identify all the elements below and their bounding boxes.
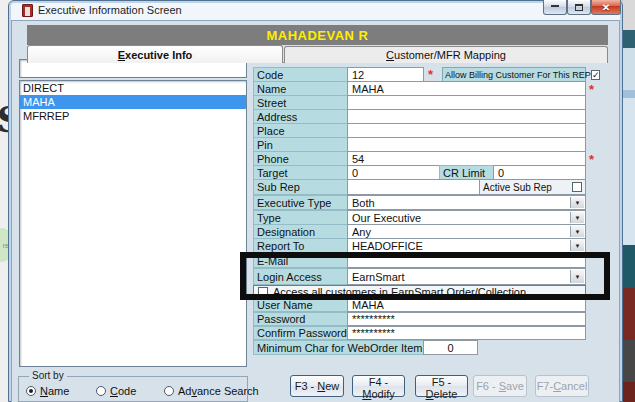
close-button[interactable]: ✕ [591, 0, 621, 15]
active-sub-rep-label: Active Sub Rep [483, 182, 552, 193]
desktop-stripe [623, 288, 635, 340]
active-sub-rep-panel[interactable]: Active Sub Rep [479, 179, 586, 195]
street-input[interactable] [347, 95, 586, 110]
user-name-label: User Name [253, 298, 348, 312]
name-input[interactable]: MAHA [347, 81, 586, 96]
type-select[interactable]: Our Executive ▼ [347, 210, 586, 225]
designation-label: Designation [253, 224, 348, 239]
maximize-icon [575, 4, 583, 11]
executive-type-select[interactable]: Both ▼ [347, 195, 586, 210]
desktop-stripe [623, 245, 635, 288]
designation-select[interactable]: Any ▼ [347, 224, 586, 239]
sort-by-advance-search-radio[interactable]: Advance Search [164, 385, 259, 397]
report-to-value: HEADOFFICE [352, 240, 423, 252]
sort-by-code-radio[interactable]: Code [96, 385, 136, 397]
dropdown-arrow-icon: ▼ [570, 212, 584, 223]
sort-by-legend: Sort by [29, 370, 67, 381]
tab-label: Executive Info [118, 49, 193, 61]
phone-required-asterisk: * [589, 152, 594, 167]
type-value: Our Executive [352, 212, 421, 224]
pin-input[interactable] [347, 137, 586, 152]
close-icon: ✕ [602, 2, 610, 13]
place-label: Place [253, 123, 348, 138]
desktop-stripe [623, 98, 635, 245]
password-input[interactable]: ********** [347, 312, 586, 326]
list-item-direct[interactable]: DIRECT [20, 81, 246, 95]
f7-cancel-button: F7-Cancel [535, 375, 589, 397]
desktop-stripe [623, 382, 635, 402]
allow-billing-checkbox[interactable]: ✓ [591, 70, 601, 80]
executive-list[interactable]: DIRECT MAHA MFRREP [19, 80, 247, 367]
executive-type-label: Executive Type [253, 195, 348, 210]
type-label: Type [253, 210, 348, 225]
sub-rep-input[interactable] [347, 179, 480, 195]
radio-selected-icon [26, 386, 36, 396]
radio-icon [96, 386, 106, 396]
code-input[interactable]: 12 [347, 67, 424, 82]
app-icon [22, 4, 33, 17]
f3-new-button[interactable]: F3 - New [290, 375, 344, 397]
tab-executive-info[interactable]: Executive Info [27, 45, 283, 63]
password-label: Password [253, 312, 348, 326]
minimize-icon [551, 4, 559, 7]
radio-label: Name [40, 385, 69, 397]
report-to-select[interactable]: HEADOFFICE ▼ [347, 238, 586, 253]
sort-by-name-radio[interactable]: Name [26, 385, 69, 397]
title-bar[interactable]: Executive Information Screen [8, 0, 623, 20]
desktop-stripe [623, 0, 635, 30]
user-name-input[interactable]: MAHA [347, 298, 586, 312]
desktop-stripe [623, 340, 635, 382]
desktop-background-right [623, 0, 635, 402]
f4-modify-button[interactable]: F4 - Modify [352, 375, 405, 397]
street-label: Street [253, 95, 348, 110]
target-input[interactable]: 0 [347, 165, 440, 180]
window-title: Executive Information Screen [38, 4, 182, 16]
radio-icon [164, 386, 174, 396]
desktop-stripe [623, 90, 635, 98]
cr-limit-input[interactable]: 0 [493, 165, 586, 180]
min-char-input[interactable]: 0 [423, 340, 478, 355]
confirm-password-label: Confirm Password [253, 326, 348, 340]
list-item-mfrrep[interactable]: MFRREP [20, 109, 246, 123]
radio-label: Advance Search [178, 385, 259, 397]
confirm-password-input[interactable]: ********** [347, 326, 586, 340]
min-char-label: Minimum Char for WebOrder Item Search [253, 340, 424, 355]
name-required-asterisk: * [589, 82, 594, 97]
active-sub-rep-checkbox[interactable] [572, 182, 582, 192]
designation-value: Any [352, 226, 371, 238]
tab-customer-mfr-mapping[interactable]: Customer/MFR Mapping [284, 46, 608, 63]
phone-input[interactable]: 54 [347, 151, 586, 166]
code-required-asterisk: * [428, 67, 433, 82]
annotation-highlight-rectangle [240, 252, 610, 300]
list-item-maha[interactable]: MAHA [20, 95, 246, 109]
minimize-button[interactable] [543, 0, 567, 15]
f6-save-button: F6 - Save [473, 375, 527, 397]
code-label: Code [253, 67, 348, 82]
pin-label: Pin [253, 137, 348, 152]
desktop-stripe [623, 30, 635, 48]
dropdown-arrow-icon: ▼ [570, 197, 584, 208]
desktop-stripe [623, 48, 635, 90]
tab-label: Customer/MFR Mapping [386, 49, 506, 61]
sub-rep-label: Sub Rep [253, 179, 348, 195]
dropdown-arrow-icon: ▼ [570, 240, 584, 251]
address-input[interactable] [347, 109, 586, 124]
record-header: MAHADEVAN R [27, 25, 608, 45]
dropdown-arrow-icon: ▼ [570, 226, 584, 237]
radio-label: Code [110, 385, 136, 397]
report-to-label: Report To [253, 238, 348, 253]
maximize-button[interactable] [567, 0, 591, 15]
cr-limit-label: CR Limit [439, 165, 494, 180]
f5-delete-button[interactable]: F5 - Delete [415, 375, 468, 397]
phone-label: Phone [253, 151, 348, 166]
place-input[interactable] [347, 123, 586, 138]
address-label: Address [253, 109, 348, 124]
executive-type-value: Both [352, 197, 375, 209]
name-label: Name [253, 81, 348, 96]
target-label: Target [253, 165, 348, 180]
allow-billing-label: Allow Billing Customer For This REP [445, 70, 591, 80]
allow-billing-panel[interactable]: Allow Billing Customer For This REP ✓ [442, 67, 586, 82]
